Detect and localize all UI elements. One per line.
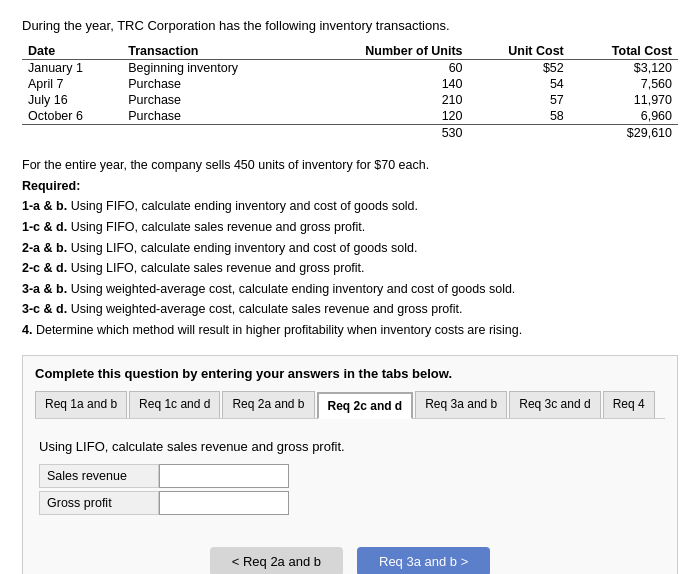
cell-total-cost: 6,960 [570, 108, 678, 125]
sells-text: For the entire year, the company sells 4… [22, 155, 678, 176]
col-units: Number of Units [305, 43, 469, 60]
cell-date: October 6 [22, 108, 122, 125]
table-row: April 7 Purchase 140 54 7,560 [22, 76, 678, 92]
instruction-item: 3-a & b. Using weighted-average cost, ca… [22, 279, 678, 300]
inventory-table: Date Transaction Number of Units Unit Co… [22, 43, 678, 141]
cell-date: April 7 [22, 76, 122, 92]
nav-buttons: < Req 2a and b Req 3a and b > [35, 547, 665, 574]
table-row: October 6 Purchase 120 58 6,960 [22, 108, 678, 125]
cell-units: 60 [305, 60, 469, 77]
cell-total-unit-cost [469, 125, 570, 142]
instruction-item: 3-c & d. Using weighted-average cost, ca… [22, 299, 678, 320]
field-label-0: Sales revenue [39, 464, 159, 488]
cell-date: July 16 [22, 92, 122, 108]
instruction-item: 2-c & d. Using LIFO, calculate sales rev… [22, 258, 678, 279]
col-date: Date [22, 43, 122, 60]
cell-total-cost: $29,610 [570, 125, 678, 142]
cell-total-cost: $3,120 [570, 60, 678, 77]
col-transaction: Transaction [122, 43, 305, 60]
cell-unit-cost: 58 [469, 108, 570, 125]
tab-tab5[interactable]: Req 3a and b [415, 391, 507, 418]
cell-total-date [22, 125, 122, 142]
cell-total-cost: 11,970 [570, 92, 678, 108]
col-total-cost: Total Cost [570, 43, 678, 60]
cell-transaction: Purchase [122, 92, 305, 108]
cell-units: 140 [305, 76, 469, 92]
tab-instruction: Using LIFO, calculate sales revenue and … [39, 439, 661, 454]
instruction-item: 4. Determine which method will result in… [22, 320, 678, 341]
cell-total-units: 530 [305, 125, 469, 142]
cell-unit-cost: $52 [469, 60, 570, 77]
tab-tab1[interactable]: Req 1a and b [35, 391, 127, 418]
tab-tab3[interactable]: Req 2a and b [222, 391, 314, 418]
prev-button[interactable]: < Req 2a and b [210, 547, 343, 574]
required-label: Required: [22, 176, 678, 197]
field-input-0[interactable] [159, 464, 289, 488]
cell-units: 210 [305, 92, 469, 108]
field-label-1: Gross profit [39, 491, 159, 515]
cell-total-cost: 7,560 [570, 76, 678, 92]
intro-text: During the year, TRC Corporation has the… [22, 18, 678, 33]
table-row: January 1 Beginning inventory 60 $52 $3,… [22, 60, 678, 77]
cell-units: 120 [305, 108, 469, 125]
cell-unit-cost: 54 [469, 76, 570, 92]
cell-date: January 1 [22, 60, 122, 77]
tabs-row: Req 1a and bReq 1c and dReq 2a and bReq … [35, 391, 665, 419]
instructions: For the entire year, the company sells 4… [22, 155, 678, 341]
instruction-item: 1-c & d. Using FIFO, calculate sales rev… [22, 217, 678, 238]
tab-tab2[interactable]: Req 1c and d [129, 391, 220, 418]
complete-title: Complete this question by entering your … [35, 366, 665, 381]
tab-tab7[interactable]: Req 4 [603, 391, 655, 418]
cell-unit-cost: 57 [469, 92, 570, 108]
field-input-1[interactable] [159, 491, 289, 515]
input-grid: Sales revenueGross profit [39, 464, 661, 515]
instruction-item: 2-a & b. Using LIFO, calculate ending in… [22, 238, 678, 259]
cell-transaction: Beginning inventory [122, 60, 305, 77]
tab-tab6[interactable]: Req 3c and d [509, 391, 600, 418]
complete-box: Complete this question by entering your … [22, 355, 678, 574]
cell-transaction: Purchase [122, 108, 305, 125]
tab-tab4[interactable]: Req 2c and d [317, 392, 414, 419]
cell-total-label [122, 125, 305, 142]
next-button[interactable]: Req 3a and b > [357, 547, 490, 574]
instruction-item: 1-a & b. Using FIFO, calculate ending in… [22, 196, 678, 217]
table-total-row: 530 $29,610 [22, 125, 678, 142]
tab-content: Using LIFO, calculate sales revenue and … [35, 431, 665, 539]
col-unit-cost: Unit Cost [469, 43, 570, 60]
table-row: July 16 Purchase 210 57 11,970 [22, 92, 678, 108]
cell-transaction: Purchase [122, 76, 305, 92]
